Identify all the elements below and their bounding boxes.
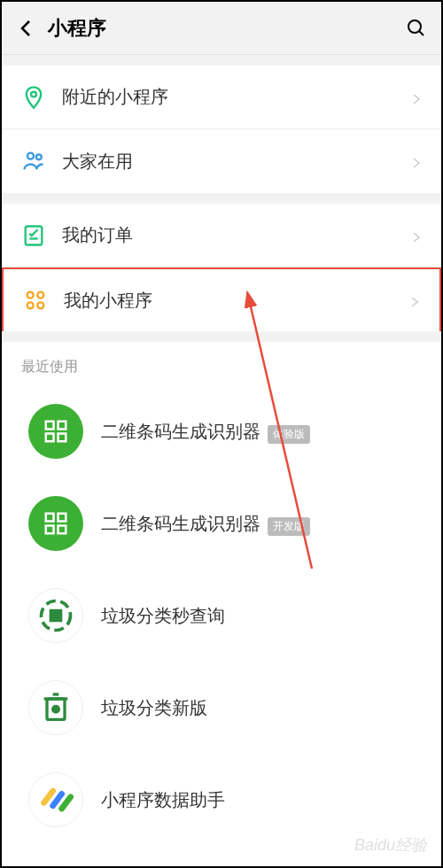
- recycle-icon: [28, 588, 83, 643]
- stripes-icon: [28, 772, 83, 827]
- recent-item-qr2[interactable]: 二维条码生成识别器开发版: [2, 477, 441, 570]
- chevron-right-icon: [411, 92, 422, 103]
- app-label: 垃圾分类秒查询: [101, 604, 225, 628]
- svg-point-22: [53, 706, 59, 712]
- divider: [2, 55, 441, 66]
- svg-point-9: [27, 302, 34, 308]
- svg-rect-18: [58, 526, 66, 534]
- my-group: 我的订单 我的小程序: [2, 204, 441, 331]
- svg-point-7: [27, 292, 34, 298]
- svg-point-4: [36, 154, 42, 159]
- svg-rect-12: [58, 422, 66, 430]
- badge: 体验版: [268, 425, 310, 444]
- svg-rect-13: [46, 434, 54, 442]
- badge: 开发版: [268, 517, 310, 536]
- svg-rect-16: [58, 514, 66, 522]
- arc-icon: [28, 864, 83, 868]
- list-item-nearby[interactable]: 附近的小程序: [2, 66, 441, 129]
- svg-line-1: [419, 31, 424, 35]
- divider: [2, 193, 441, 204]
- page-title: 小程序: [48, 15, 406, 42]
- svg-rect-5: [26, 226, 43, 244]
- divider: [2, 331, 441, 342]
- app-label: 垃圾分类新版: [101, 696, 207, 720]
- order-icon: [21, 223, 46, 248]
- svg-point-8: [37, 292, 43, 298]
- svg-rect-15: [46, 514, 54, 522]
- search-icon[interactable]: [406, 18, 427, 39]
- trash-icon: [28, 680, 83, 735]
- svg-rect-17: [46, 526, 54, 534]
- recent-header: 最近使用: [2, 342, 441, 385]
- recent-item-recycle[interactable]: 垃圾分类秒查询: [2, 570, 441, 662]
- item-label: 我的小程序: [64, 289, 409, 313]
- chevron-right-icon: [411, 230, 422, 241]
- recent-item-qr1[interactable]: 二维条码生成识别器体验版: [2, 385, 441, 477]
- app-label: 小程序数据助手: [101, 788, 225, 812]
- list-item-popular[interactable]: 大家在用: [2, 129, 441, 193]
- chevron-right-icon: [411, 156, 422, 167]
- svg-point-3: [27, 153, 34, 159]
- item-label: 大家在用: [62, 150, 411, 174]
- nearby-group: 附近的小程序 大家在用: [2, 66, 441, 193]
- location-icon: [21, 85, 46, 110]
- svg-point-0: [408, 20, 421, 33]
- recent-item-data-assistant[interactable]: 小程序数据助手: [2, 754, 441, 846]
- svg-point-2: [31, 91, 36, 97]
- item-label: 我的订单: [62, 223, 411, 247]
- people-icon: [21, 149, 46, 174]
- app-label: 二维条码生成识别器体验版: [101, 420, 310, 444]
- back-icon[interactable]: [16, 18, 37, 39]
- svg-rect-11: [46, 422, 54, 430]
- list-item-orders[interactable]: 我的订单: [2, 204, 441, 267]
- qr-icon: [28, 404, 83, 459]
- svg-point-10: [37, 302, 43, 308]
- svg-rect-14: [58, 434, 66, 442]
- header-bar: 小程序: [2, 2, 441, 55]
- recent-item-trash[interactable]: 垃圾分类新版: [2, 662, 441, 754]
- item-label: 附近的小程序: [62, 85, 411, 109]
- grid-icon: [23, 288, 48, 313]
- list-item-my-miniprograms[interactable]: 我的小程序: [2, 267, 441, 331]
- watermark: Baidu经验: [354, 834, 427, 856]
- app-label: 二维条码生成识别器开发版: [101, 512, 310, 536]
- qr-icon: [28, 496, 83, 551]
- chevron-right-icon: [409, 295, 420, 306]
